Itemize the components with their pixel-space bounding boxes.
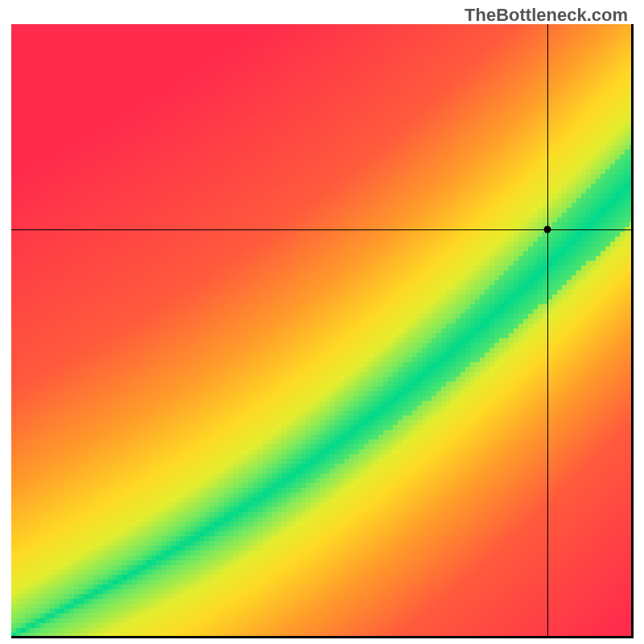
- heatmap-canvas: [11, 24, 631, 636]
- watermark: TheBottleneck.com: [464, 5, 628, 26]
- chart-container: TheBottleneck.com: [0, 0, 644, 644]
- crosshair-vertical: [547, 24, 548, 636]
- intersection-marker: [544, 225, 551, 233]
- plot-area: [11, 24, 634, 638]
- crosshair-horizontal: [11, 229, 631, 230]
